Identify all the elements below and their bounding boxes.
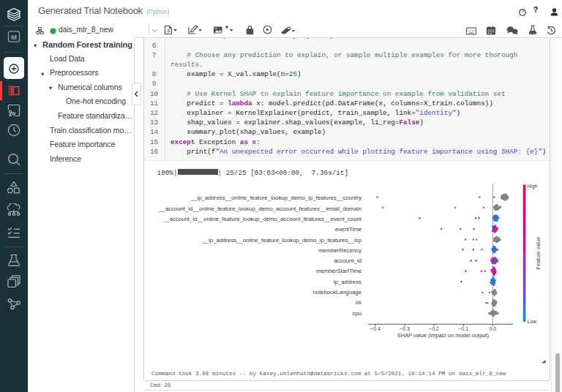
svg-text:os: os	[356, 299, 361, 306]
svg-text:notebookLanguage: notebookLanguage	[312, 289, 361, 295]
svg-text:Low: Low	[528, 319, 536, 324]
svg-text:M: M	[11, 33, 17, 41]
svg-text:account_id: account_id	[334, 257, 361, 264]
svg-text:ip_address: ip_address	[334, 279, 361, 285]
svg-text:__ip_address__online_feature_l: __ip_address__online_feature_lookup_demo…	[190, 195, 361, 201]
svg-text:memberRecency: memberRecency	[318, 247, 361, 254]
svg-text:memberStartTime: memberStartTime	[316, 268, 361, 274]
svg-text:eventTime: eventTime	[335, 226, 361, 233]
svg-text:SHAP value (impact on model ou: SHAP value (impact on model output)	[397, 332, 490, 339]
svg-text:__account_id__online_feature_l: __account_id__online_feature_lookup_demo…	[158, 206, 361, 212]
svg-text:−0.3: −0.3	[400, 326, 410, 331]
svg-text:Feature value: Feature value	[535, 237, 542, 270]
svg-text:__ip_address__online_feature_l: __ip_address__online_feature_lookup_demo…	[201, 237, 361, 244]
svg-text:−0.4: −0.4	[370, 326, 381, 331]
svg-text:−0.2: −0.2	[429, 326, 439, 331]
svg-text:cpu: cpu	[352, 310, 361, 317]
svg-text:0.0: 0.0	[490, 326, 497, 331]
svg-text:−0.1: −0.1	[459, 326, 469, 331]
svg-text:__account_id__online_feature_l: __account_id__online_feature_lookup_demo…	[162, 216, 362, 222]
svg-text:High: High	[528, 184, 538, 189]
